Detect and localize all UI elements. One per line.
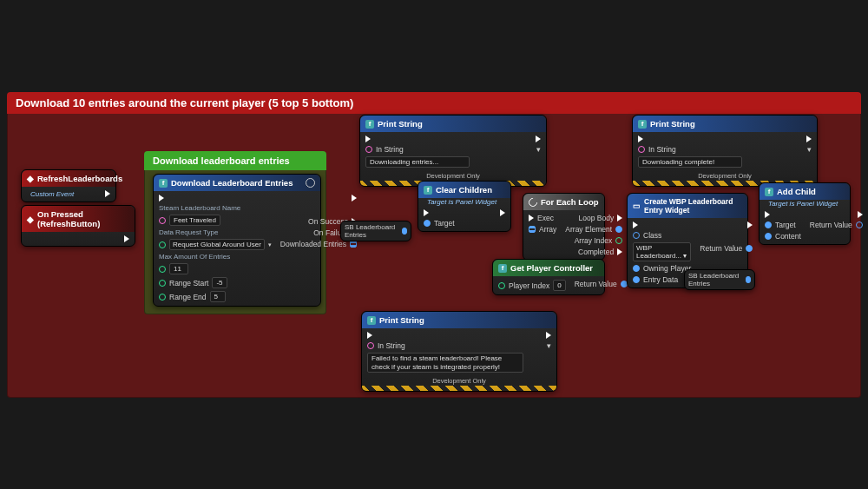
chevron-down-icon: ▾ [683, 252, 687, 260]
dev-only-label: Development Only [633, 171, 817, 181]
chevron-down-icon: ▾ [268, 241, 272, 248]
function-icon: f [765, 188, 773, 196]
node-get-player-controller[interactable]: fGet Player Controller Player Index0 Ret… [492, 259, 605, 295]
node-title: Print String [379, 315, 424, 325]
function-icon: f [424, 186, 432, 195]
reroute-sb-entries-2[interactable]: SB Leaderboard Entries [684, 269, 755, 290]
in-string-value[interactable]: Failed to find a steam leaderboard! Plea… [367, 353, 523, 373]
exec-in-pin[interactable] [367, 332, 523, 339]
function-icon: f [159, 179, 168, 188]
exec-out-pin[interactable] [536, 135, 541, 142]
node-title: Add Child [777, 187, 816, 196]
node-print-string-3[interactable]: fPrint String In String Failed to find a… [361, 311, 557, 392]
expand-icon[interactable]: ▾ [536, 145, 541, 154]
param-label: Steam Leaderboard Name [159, 204, 272, 212]
pin-owning-player[interactable]: Owning Player [633, 264, 691, 273]
param-label: Data Request Type [159, 228, 272, 236]
node-print-string-2[interactable]: fPrint String In String Downloading comp… [632, 115, 818, 187]
exec-in-pin[interactable] [765, 211, 801, 218]
pin-range-start[interactable]: Range Start-5 [159, 277, 272, 288]
node-title: RefreshLeaderboards [37, 174, 122, 183]
pin-array-index[interactable]: Array Index [575, 236, 622, 245]
exec-in-pin[interactable] [159, 195, 272, 202]
blueprint-canvas[interactable]: Download 10 entries around the current p… [0, 0, 868, 489]
pin-return-value[interactable]: Return Value [575, 280, 628, 288]
pin-lb-name[interactable]: Feet Traveled [159, 215, 272, 226]
function-icon: f [367, 316, 376, 325]
class-selector[interactable]: WBP Leaderboard... ▾ [633, 242, 691, 261]
hazard-stripe [362, 386, 556, 391]
node-refresh-leaderboards[interactable]: ◆ RefreshLeaderboards Custom Event [21, 169, 116, 202]
pin-completed[interactable]: Completed [578, 248, 622, 256]
comment-green-title[interactable]: Download leaderboard entries [144, 151, 326, 170]
pin-in-string[interactable]: In String [365, 145, 470, 154]
reroute-pin[interactable] [402, 228, 407, 235]
exec-in-pin[interactable] [638, 135, 742, 142]
pin-return-value[interactable]: Return Value [810, 221, 863, 229]
node-title: Print String [378, 119, 423, 129]
expand-icon[interactable]: ▾ [547, 341, 551, 350]
exec-out-pin[interactable] [352, 195, 357, 202]
pin-in-string[interactable]: In String [367, 341, 523, 350]
async-clock-icon [306, 178, 315, 188]
loop-icon [527, 195, 539, 208]
pin-target[interactable]: Target [424, 219, 455, 228]
pin-player-index[interactable]: Player Index0 [498, 280, 566, 291]
exec-out-pin[interactable] [806, 135, 812, 142]
exec-out-pin[interactable] [105, 190, 110, 197]
pin-return-value[interactable]: Return Value [700, 244, 753, 253]
dev-only-label: Development Only [360, 171, 546, 181]
event-icon: ◆ [27, 215, 34, 224]
pin-class[interactable]: Class [633, 231, 691, 240]
pin-target[interactable]: Target [765, 221, 801, 229]
node-title: Print String [650, 119, 695, 129]
widget-icon: ▭ [633, 202, 641, 210]
node-clear-children[interactable]: fClear Children Target is Panel Widget T… [418, 181, 511, 232]
pin-array[interactable]: Array [529, 225, 556, 234]
pin-exec[interactable]: Exec [529, 214, 556, 222]
reroute-sb-entries-1[interactable]: SB Leaderboard Entries [340, 221, 411, 241]
exec-in-pin[interactable] [633, 221, 691, 228]
exec-out-pin[interactable] [747, 221, 753, 228]
node-add-child[interactable]: fAdd Child Target is Panel Widget Target… [759, 182, 851, 245]
node-title: On Pressed (RefreshButton) [37, 209, 129, 228]
exec-out-pin[interactable] [124, 235, 129, 242]
function-icon: f [365, 120, 374, 129]
exec-in-pin[interactable] [365, 135, 470, 142]
param-label: Max Amount Of Entries [159, 253, 272, 261]
node-title: Create WBP Leaderboard Entry Widget [644, 197, 742, 215]
pin-loop-body[interactable]: Loop Body [579, 214, 623, 222]
node-subtitle: Custom Event [30, 190, 74, 198]
node-subtitle: Target is Panel Widget [422, 198, 510, 206]
event-icon: ◆ [27, 174, 34, 183]
node-title: For Each Loop [541, 197, 599, 207]
node-subtitle: Target is Panel Widget [763, 200, 850, 208]
node-title: Download Leaderboard Entries [171, 178, 302, 188]
expand-icon[interactable]: ▾ [807, 145, 812, 154]
node-title: Clear Children [436, 185, 492, 195]
reroute-pin[interactable] [746, 276, 751, 283]
pin-max-entries[interactable]: 11 [159, 263, 272, 274]
pin-entry-data[interactable]: Entry Data [633, 275, 691, 284]
node-title: Get Player Controller [510, 263, 593, 273]
node-download-entries[interactable]: f Download Leaderboard Entries Steam Lea… [153, 174, 321, 307]
node-print-string-1[interactable]: fPrint String In String Downloading entr… [359, 115, 547, 187]
function-icon: f [638, 120, 647, 129]
in-string-value[interactable]: Downloading entries... [365, 156, 470, 168]
exec-in-pin[interactable] [424, 209, 455, 216]
node-on-pressed[interactable]: ◆ On Pressed (RefreshButton) [21, 205, 135, 247]
pin-range-end[interactable]: Range End5 [159, 291, 272, 302]
pin-array-element[interactable]: Array Element [565, 225, 622, 234]
exec-out-pin[interactable] [500, 209, 505, 216]
pin-content[interactable]: Content [765, 232, 801, 241]
comment-red-title[interactable]: Download 10 entries around the current p… [7, 92, 861, 114]
pin-request-type[interactable]: Request Global Around User▾ [159, 239, 272, 250]
in-string-value[interactable]: Downloading complete! [638, 156, 742, 168]
pin-in-string[interactable]: In String [638, 145, 742, 154]
node-for-each-loop[interactable]: For Each Loop Exec Array Loop Body Array… [523, 193, 605, 261]
dev-only-label: Development Only [362, 376, 556, 386]
exec-out-pin[interactable] [858, 211, 863, 218]
function-icon: f [498, 264, 507, 273]
exec-out-pin[interactable] [546, 332, 551, 339]
